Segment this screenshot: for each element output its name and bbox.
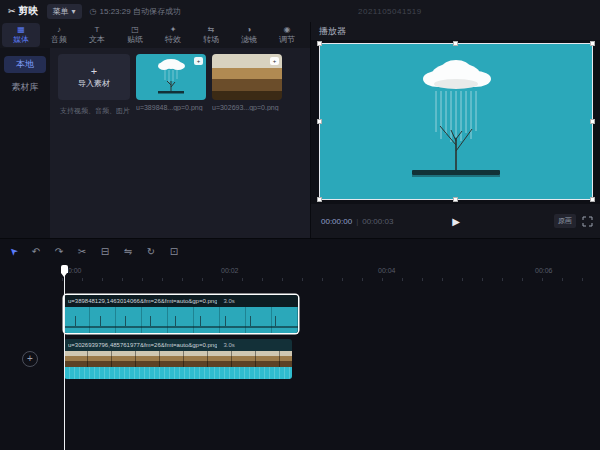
tab-text[interactable]: T 文本 bbox=[78, 23, 116, 47]
sidebar-item-material-library[interactable]: 素材库 bbox=[4, 79, 46, 96]
selection-handle[interactable] bbox=[317, 41, 322, 46]
add-to-track-icon[interactable]: + bbox=[194, 57, 203, 65]
add-track-button[interactable]: + bbox=[22, 351, 38, 367]
play-button[interactable]: ▶ bbox=[452, 216, 460, 227]
project-id: 2021105041519 bbox=[358, 7, 422, 16]
tab-audio[interactable]: ♪ 音频 bbox=[40, 23, 78, 47]
player-title: 播放器 bbox=[311, 22, 600, 40]
timeline-toolbar: ➤ ↶ ↷ ✂ ⊟ ⇋ ↻ ⊡ bbox=[6, 244, 181, 258]
clip-header: u=3026939796,485761977&fm=26&fmt=auto&gp… bbox=[64, 339, 292, 351]
ruler-label: 00:02 bbox=[221, 267, 239, 274]
crop-button[interactable]: ⊡ bbox=[167, 244, 181, 258]
preview-art bbox=[320, 44, 592, 199]
tab-label: 转场 bbox=[203, 35, 219, 45]
selection-handle[interactable] bbox=[317, 197, 322, 202]
sidebar-item-local[interactable]: 本地 bbox=[4, 56, 46, 73]
tab-label: 媒体 bbox=[13, 35, 29, 45]
app-logo: ✂ 剪映 bbox=[8, 4, 39, 18]
select-tool-button[interactable]: ➤ bbox=[6, 244, 20, 258]
app-title: 剪映 bbox=[19, 4, 39, 18]
menu-button[interactable]: 菜单 ▾ bbox=[47, 4, 82, 19]
timeline: ➤ ↶ ↷ ✂ ⊟ ⇋ ↻ ⊡ 00:00 00:02 00:04 00:06 … bbox=[0, 238, 600, 450]
media-thumbnail[interactable]: + bbox=[212, 54, 282, 100]
clip-filmstrip bbox=[64, 351, 292, 367]
tab-label: 文本 bbox=[89, 35, 105, 45]
filter-icon: ◑ bbox=[247, 25, 252, 35]
total-duration: 00:00:03 bbox=[362, 217, 393, 226]
tab-label: 调节 bbox=[279, 35, 295, 45]
player-controls: 00:00:00 | 00:00:03 ▶ 原画 bbox=[311, 204, 600, 238]
tab-sticker[interactable]: ◳ 贴纸 bbox=[116, 23, 154, 47]
clip-duration: 3.0s bbox=[223, 342, 234, 348]
timeline-clip-1[interactable]: u=389848129,1463014066&fm=26&fmt=auto&gp… bbox=[64, 295, 298, 333]
clock-icon: ◷ bbox=[90, 7, 97, 16]
library-sidebar: 本地 素材库 bbox=[0, 48, 50, 238]
tab-label: 滤镜 bbox=[241, 35, 257, 45]
scissors-icon: ✂ bbox=[8, 6, 16, 16]
selection-handle[interactable] bbox=[590, 119, 595, 124]
crop-icon: ⊡ bbox=[170, 246, 178, 257]
transition-icon: ⇆ bbox=[208, 25, 215, 35]
timeline-ruler[interactable]: 00:00 00:02 00:04 00:06 bbox=[62, 267, 600, 281]
media-icon: ▦ bbox=[17, 25, 25, 35]
clip-header: u=389848129,1463014066&fm=26&fmt=auto&gp… bbox=[64, 295, 298, 307]
tab-adjust[interactable]: ◉ 调节 bbox=[268, 23, 306, 47]
media-panel: + 导入素材 支持视频、音频、图片 bbox=[50, 48, 310, 238]
rotate-icon: ↻ bbox=[147, 246, 155, 257]
current-time: 00:00:00 bbox=[321, 217, 352, 226]
rotate-button[interactable]: ↻ bbox=[144, 244, 158, 258]
video-editor-app: ✂ 剪映 菜单 ▾ ◷ 15:23:29 自动保存成功 202110504151… bbox=[0, 0, 600, 450]
tab-label: 贴纸 bbox=[127, 35, 143, 45]
selection-handle[interactable] bbox=[317, 119, 322, 124]
fullscreen-icon[interactable] bbox=[582, 216, 593, 227]
split-icon: ✂ bbox=[78, 246, 86, 257]
undo-icon: ↶ bbox=[32, 246, 40, 257]
time-separator: | bbox=[356, 217, 358, 226]
media-item-card: + u=389848...gp=0.png bbox=[136, 54, 206, 111]
menu-label: 菜单 bbox=[53, 6, 69, 17]
delete-button[interactable]: ⊟ bbox=[98, 244, 112, 258]
import-material-button[interactable]: + 导入素材 bbox=[58, 54, 130, 100]
selection-handle[interactable] bbox=[453, 197, 458, 202]
playhead[interactable] bbox=[64, 265, 65, 450]
chevron-down-icon: ▾ bbox=[72, 7, 76, 16]
player-stage bbox=[311, 40, 600, 204]
plus-icon: + bbox=[91, 66, 97, 76]
player-panel: 播放器 bbox=[310, 22, 600, 238]
undo-button[interactable]: ↶ bbox=[29, 244, 43, 258]
clip-filename: u=389848129,1463014066&fm=26&fmt=auto&gp… bbox=[68, 298, 217, 304]
audio-icon: ♪ bbox=[57, 25, 61, 35]
mirror-icon: ⇋ bbox=[124, 246, 132, 257]
timeline-clip-2[interactable]: u=3026939796,485761977&fm=26&fmt=auto&gp… bbox=[64, 339, 292, 379]
import-hint: 支持视频、音频、图片 bbox=[54, 106, 136, 116]
timecode: 00:00:00 | 00:00:03 bbox=[321, 217, 393, 226]
autosave-text: 15:23:29 自动保存成功 bbox=[100, 6, 181, 17]
tab-label: 特效 bbox=[165, 35, 181, 45]
tab-label: 音频 bbox=[51, 35, 67, 45]
clip-filmstrip bbox=[64, 307, 298, 333]
media-item-card: + u=302693...gp=0.png bbox=[212, 54, 282, 111]
tab-transition[interactable]: ⇆ 转场 bbox=[192, 23, 230, 47]
selection-handle[interactable] bbox=[590, 197, 595, 202]
clip-filename: u=3026939796,485761977&fm=26&fmt=auto&gp… bbox=[68, 342, 217, 348]
selection-handle[interactable] bbox=[453, 41, 458, 46]
video-preview[interactable] bbox=[320, 44, 592, 199]
quality-button[interactable]: 原画 bbox=[554, 214, 576, 228]
sticker-icon: ◳ bbox=[131, 25, 139, 35]
selection-handle[interactable] bbox=[590, 41, 595, 46]
mirror-button[interactable]: ⇋ bbox=[121, 244, 135, 258]
split-button[interactable]: ✂ bbox=[75, 244, 89, 258]
player-right-controls: 原画 bbox=[554, 214, 593, 228]
tab-media[interactable]: ▦ 媒体 bbox=[2, 23, 40, 47]
tab-effects[interactable]: ✦ 特效 bbox=[154, 23, 192, 47]
add-to-track-icon[interactable]: + bbox=[270, 57, 279, 65]
clip-duration: 3.0s bbox=[223, 298, 234, 304]
media-item-filename: u=389848...gp=0.png bbox=[136, 104, 206, 111]
autosave-status: ◷ 15:23:29 自动保存成功 bbox=[90, 6, 181, 17]
playhead-handle[interactable] bbox=[61, 265, 68, 273]
tab-filter[interactable]: ◑ 滤镜 bbox=[230, 23, 268, 47]
effects-icon: ✦ bbox=[170, 25, 177, 35]
media-thumbnail[interactable]: + bbox=[136, 54, 206, 100]
media-item-filename: u=302693...gp=0.png bbox=[212, 104, 282, 111]
redo-button[interactable]: ↷ bbox=[52, 244, 66, 258]
